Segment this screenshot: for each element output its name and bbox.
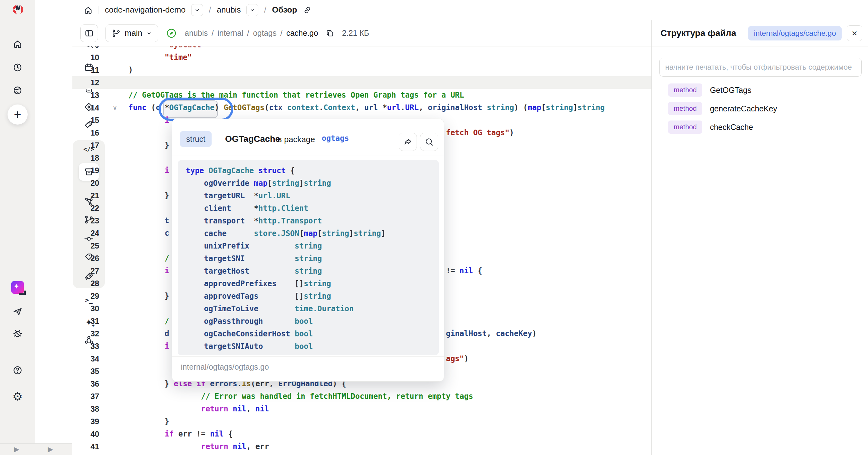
structure-item[interactable]: methodGetOGTags	[668, 84, 862, 97]
globe-icon[interactable]	[12, 85, 23, 95]
secondary-sidebar: AN </> >_ ✦✦	[35, 0, 72, 444]
structure-filter-input[interactable]	[659, 58, 862, 76]
line-number[interactable]: 19	[72, 164, 99, 177]
line-number[interactable]: 12	[72, 76, 99, 89]
line-number[interactable]: 25	[72, 239, 99, 252]
line-number[interactable]: 27	[72, 264, 99, 277]
copy-path-icon[interactable]	[326, 29, 334, 38]
definition-line: targetHost string	[186, 265, 439, 278]
breadcrumb-repo[interactable]: code-navigation-demo	[105, 5, 186, 15]
path-segment[interactable]: internal	[218, 29, 243, 38]
code-text[interactable]: }	[128, 290, 169, 302]
code-text[interactable]: }	[128, 189, 169, 202]
line-number[interactable]: 17	[72, 139, 99, 152]
line-number[interactable]: 29	[72, 290, 99, 302]
go-to-definition-button[interactable]	[399, 133, 417, 151]
code-line[interactable]: 38 return nil, nil	[72, 402, 651, 415]
structure-item[interactable]: methodcheckCache	[668, 121, 862, 134]
code-text[interactable]: }	[128, 139, 169, 152]
app-logo[interactable]	[10, 3, 25, 17]
line-number[interactable]: 41	[72, 440, 99, 453]
home-breadcrumb-icon[interactable]	[84, 5, 93, 15]
code-line[interactable]: 12	[72, 76, 651, 89]
path-segment[interactable]: ogtags	[253, 29, 277, 38]
bug-icon[interactable]	[12, 329, 23, 338]
line-number[interactable]: 31	[72, 315, 99, 327]
expand-rail1-icon[interactable]: ▶	[14, 444, 19, 455]
code-text[interactable]: i	[128, 340, 169, 352]
line-number[interactable]: 14	[72, 101, 99, 114]
line-number[interactable]: 20	[72, 177, 99, 189]
line-number[interactable]: 32	[72, 327, 99, 340]
project-switcher-button[interactable]	[246, 4, 258, 16]
line-number[interactable]: 10	[72, 51, 99, 64]
code-line[interactable]: 13// GetOGTags is the main function that…	[72, 89, 651, 101]
link-icon[interactable]	[303, 5, 312, 15]
code-line[interactable]: 40 if err != nil {	[72, 428, 651, 440]
line-number[interactable]: 34	[72, 352, 99, 365]
file-path-badge[interactable]: internal/ogtags/cache.go	[748, 26, 842, 40]
code-text[interactable]: i	[128, 164, 169, 177]
code-text[interactable]: return nil, nil	[128, 402, 269, 415]
code-text[interactable]: "syscall"	[128, 46, 206, 51]
code-text[interactable]: "time"	[128, 51, 192, 64]
line-number[interactable]: 40	[72, 428, 99, 440]
line-number[interactable]: 16	[72, 126, 99, 139]
close-panel-button[interactable]: ×	[847, 25, 862, 41]
line-number[interactable]: 24	[72, 227, 99, 239]
code-line[interactable]: 39 }	[72, 415, 651, 428]
code-line[interactable]: 10 "time"	[72, 51, 651, 64]
code-text[interactable]: return nil, err	[128, 440, 269, 453]
home-icon[interactable]	[12, 39, 23, 49]
path-segment[interactable]: anubis	[185, 29, 208, 38]
line-number[interactable]: 21	[72, 189, 99, 202]
line-number[interactable]: 11	[72, 64, 99, 76]
code-text[interactable]: if err != nil {	[128, 428, 232, 440]
line-number[interactable]: 33	[72, 340, 99, 352]
line-number[interactable]: 23	[72, 214, 99, 227]
definition-line: cache store.JSON[map[string]string]	[186, 227, 439, 240]
code-line[interactable]: 37 // Error was handled in fetchHTMLDocu…	[72, 390, 651, 402]
code-text[interactable]: t	[128, 214, 169, 227]
ai-assistant-icon[interactable]: ✦	[11, 281, 24, 294]
code-text[interactable]: }	[128, 415, 169, 428]
code-text[interactable]: )	[128, 64, 133, 76]
code-line[interactable]: 9 "syscall"	[72, 46, 651, 51]
breadcrumb-project[interactable]: anubis	[217, 5, 241, 15]
line-number[interactable]: 15	[72, 114, 99, 126]
code-text[interactable]: /	[128, 252, 169, 264]
line-number[interactable]: 26	[72, 252, 99, 264]
line-number[interactable]: 18	[72, 152, 99, 164]
code-text[interactable]: // Error was handled in fetchHTMLDocumen…	[128, 390, 473, 402]
line-number[interactable]: 22	[72, 202, 99, 214]
gear-icon[interactable]: ⚙	[12, 391, 23, 402]
line-number[interactable]: 28	[72, 277, 99, 290]
fold-chevron-icon[interactable]: ∨	[109, 101, 121, 114]
package-link[interactable]: ogtags	[322, 134, 349, 143]
paper-plane-icon[interactable]	[12, 306, 23, 317]
plus-button[interactable]: +	[7, 104, 28, 125]
line-number[interactable]: 13	[72, 89, 99, 101]
find-usages-button[interactable]	[420, 133, 438, 151]
annotation-oval	[158, 98, 233, 121]
repo-switcher-button[interactable]	[191, 4, 203, 16]
code-text[interactable]: c	[128, 227, 169, 239]
clock-icon[interactable]	[12, 62, 23, 72]
line-number[interactable]: 37	[72, 390, 99, 402]
toggle-tree-button[interactable]	[81, 25, 98, 42]
line-number[interactable]: 39	[72, 415, 99, 428]
line-number[interactable]: 36	[72, 378, 99, 390]
line-number[interactable]: 30	[72, 302, 99, 315]
branch-selector[interactable]: main	[105, 25, 158, 42]
structure-item[interactable]: methodgenerateCacheKey	[668, 102, 862, 115]
line-number[interactable]: 38	[72, 402, 99, 415]
line-number[interactable]: 35	[72, 365, 99, 378]
definition-line: ogOverride map[string]string	[186, 177, 439, 190]
code-line[interactable]: 11)	[72, 64, 651, 76]
line-number[interactable]: 9	[72, 46, 99, 51]
code-text[interactable]: /	[128, 315, 169, 327]
definition-source-path[interactable]: internal/ogtags/ogtags.go	[181, 362, 269, 371]
code-line[interactable]: 41 return nil, err	[72, 440, 651, 453]
help-icon[interactable]	[12, 365, 23, 375]
expand-rail2-icon[interactable]: ▶	[48, 444, 53, 455]
